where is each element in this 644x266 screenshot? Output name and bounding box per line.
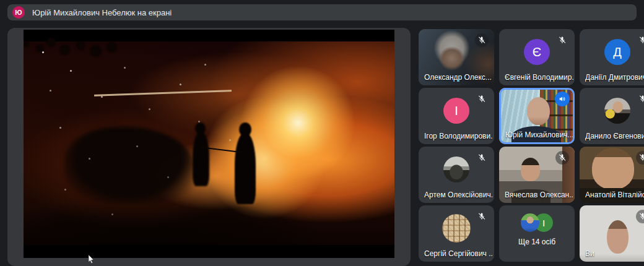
mic-off-icon	[555, 33, 569, 47]
fire-sparks	[42, 51, 44, 53]
participant-name: Анатолій Віталійо...	[585, 191, 644, 199]
photo-avatar	[521, 213, 539, 232]
participant-face	[527, 97, 550, 126]
mouse-cursor-icon	[88, 254, 95, 264]
person-silhouette	[193, 131, 210, 186]
photo-avatar	[443, 157, 469, 182]
participant-name: Артем Олексійович...	[424, 191, 493, 199]
letter-avatar: Д	[604, 39, 630, 65]
letter-avatar: І	[443, 98, 469, 124]
participant-name: Олександр Олекс...	[424, 73, 493, 82]
participant-face	[521, 158, 540, 181]
presenting-banner: Ю Юрій Михайлович Небелюк на екрані	[7, 4, 637, 20]
meet-window: Ю Юрій Михайлович Небелюк на екрані Олек…	[0, 0, 644, 266]
participant-name: Вячеслав Олексан...	[505, 191, 573, 199]
crowd-silhouette	[64, 127, 194, 204]
participant-name: Євгеній Володимир...	[505, 73, 573, 82]
person-silhouette	[235, 133, 256, 204]
mic-off-icon	[555, 151, 569, 165]
photo-avatar	[604, 98, 630, 124]
crowd-heads-silhouette	[24, 41, 29, 47]
participant-tile-serhii[interactable]: Сергій Сергійович ...	[419, 205, 494, 262]
participant-name: Ви	[585, 249, 644, 258]
mic-off-icon	[636, 92, 644, 106]
participant-tile-oleksandr[interactable]: Олександр Олекс...	[419, 29, 494, 85]
barricade-beam	[94, 90, 232, 97]
overflow-avatars: І	[521, 213, 553, 232]
shared-screen-video	[24, 30, 394, 258]
participant-name: Данило Євгенович ...	[585, 132, 644, 140]
self-view-tile[interactable]: Ви	[580, 205, 644, 262]
mic-off-icon	[475, 33, 489, 47]
mic-off-icon	[475, 151, 489, 165]
participant-tile-yurii-speaking[interactable]: Юрій Михайлович...	[499, 88, 575, 144]
more-people-label: Ще 14 осіб	[499, 238, 575, 246]
participant-tile-ihor[interactable]: І Ігор Володимирови...	[419, 88, 494, 144]
participant-face	[592, 148, 634, 189]
mic-off-icon	[475, 92, 489, 106]
participant-name: Даніїл Дмитрович Г...	[585, 73, 644, 82]
participant-tile-yevhenii[interactable]: Є Євгеній Володимир...	[499, 29, 575, 85]
presenting-banner-text: Юрій Михайлович Небелюк на екрані	[32, 8, 172, 17]
letter-avatar: Є	[524, 39, 550, 65]
fire-footage	[24, 41, 394, 245]
audio-speaking-icon	[555, 92, 570, 106]
mic-off-icon	[636, 33, 644, 47]
participant-tile-artem[interactable]: Артем Олексійович...	[419, 147, 494, 203]
participant-tile-danylo[interactable]: Данило Євгенович ...	[580, 88, 644, 144]
participant-name: Сергій Сергійович ...	[424, 249, 493, 258]
mic-off-icon	[475, 210, 489, 223]
screenshare-tile[interactable]	[7, 28, 411, 266]
participant-tile-anatolii[interactable]: Анатолій Віталійо...	[580, 147, 644, 203]
participant-tile-viacheslav[interactable]: Вячеслав Олексан...	[499, 147, 575, 203]
participant-tile-daniil[interactable]: Д Даніїл Дмитрович Г...	[580, 29, 644, 85]
overflow-tile-more-people[interactable]: І Ще 14 осіб	[499, 205, 575, 262]
participant-name: Юрій Михайлович...	[505, 131, 573, 139]
photo-avatar	[442, 214, 471, 242]
presenter-avatar: Ю	[12, 6, 25, 19]
participant-name: Ігор Володимирови...	[424, 132, 493, 140]
